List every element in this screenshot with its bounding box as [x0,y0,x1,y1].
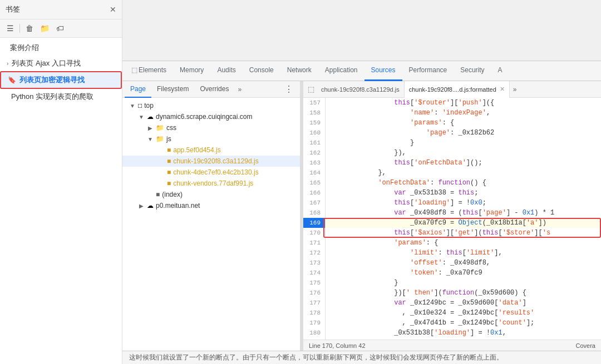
sidebar-item-label: 列表页 Ajax 入口寻找 [12,58,81,68]
tree-item-index[interactable]: ■ (index) [122,189,300,200]
line-num-171[interactable]: 171 [303,238,326,248]
subtab-more[interactable]: » [234,83,245,96]
tab-audits[interactable]: Audits [210,61,242,81]
line-num-162[interactable]: 162 [303,148,326,158]
code-tab-raw-label: chunk-19c920f8.c3a1129d.js [321,86,400,93]
tab-application[interactable]: Application [318,61,364,81]
close-icon[interactable]: ✕ [110,5,116,14]
code-line-161: 161 } [303,138,601,148]
code-tab-formatted[interactable]: chunk-19c920f8....d.js:formatted ✕ [405,81,510,98]
sidebar-items: 案例介绍 › 列表页 Ajax 入口寻找 🔖 列表页加密逻辑寻找 Python … [0,38,122,364]
tree-item-label: (index) [162,191,183,198]
bottom-text: 这时候我们就设置了一个新的断点了。由于只有一个断点，可以重新刷新下网页，这时候我… [129,353,503,362]
tree-item-chunk3[interactable]: ■ chunk-vendors.77daf991.js [122,178,300,189]
line-num-163[interactable]: 163 [303,158,326,168]
tab-elements-icon: ⬚ [131,66,137,74]
tree-item-label: app.5ef0d454.js [173,146,220,154]
line-num-170[interactable]: 170 [303,228,326,238]
sidebar-item-label: Python 实现列表页的爬取 [11,92,93,102]
line-num-158[interactable]: 158 [303,108,326,118]
code-line-175: 175 } [303,278,601,288]
folder-icon: 📁 [156,124,164,132]
line-code-175: } [326,278,398,288]
line-num-180[interactable]: 180 [303,328,326,338]
line-num-173[interactable]: 173 [303,258,326,268]
tree-expand-icon: ▶ [147,125,154,131]
code-editor[interactable]: 157 this['$router']['push']({ 158 'name'… [303,98,601,340]
tab-more-label: A [498,66,503,74]
code-status-bar: Line 170, Column 42 Covera [303,340,601,351]
sidebar-header: 书签 ✕ [0,0,122,19]
line-num-175[interactable]: 175 [303,278,326,288]
tree-item-top[interactable]: ▼ □ top [122,100,300,111]
tab-sources[interactable]: Sources [364,61,402,81]
tab-elements[interactable]: ⬚ Elements [125,61,173,81]
devtools-panel: ⬚ Elements Memory Audits Console Network… [122,0,601,364]
tree-item-label: chunk-4dec7ef0.e4c2b130.js [173,168,258,176]
tree-item-app-js[interactable]: ■ app.5ef0d454.js [122,144,300,156]
tree-item-css[interactable]: ▶ 📁 css [122,122,300,133]
tab-performance[interactable]: Performance [402,61,454,81]
line-num-177[interactable]: 177 [303,298,326,308]
menu-button[interactable]: ☰ [4,23,16,34]
code-line-179: 179 , _0x47d41b = _0x1249bc['count']; [303,318,601,328]
line-code-169: _0xa70fc9 = Object(_0x18b11a['a']) [326,218,546,228]
line-num-164[interactable]: 164 [303,168,326,178]
sidebar-item-encrypt[interactable]: 🔖 列表页加密逻辑寻找 [0,71,122,89]
subtab-page[interactable]: Page [125,81,151,98]
line-num-181[interactable]: 181 [303,338,326,340]
tab-console[interactable]: Console [243,61,280,81]
line-num-160[interactable]: 160 [303,128,326,138]
line-code-164: }, [326,168,386,178]
tree-item-chunk2[interactable]: ■ chunk-4dec7ef0.e4c2b130.js [122,167,300,178]
tree-item-chunk1[interactable]: ■ chunk-19c920f8.c3a1129d.js [122,156,300,167]
tab-security[interactable]: Security [454,61,491,81]
delete-button[interactable]: 🗑 [23,23,36,34]
cloud-icon: ☁ [147,113,154,121]
line-num-178[interactable]: 178 [303,308,326,318]
code-tab-raw[interactable]: chunk-19c920f8.c3a1129d.js [317,81,405,98]
code-tab-formatted-label: chunk-19c920f8....d.js:formatted [409,86,496,93]
line-num-159[interactable]: 159 [303,118,326,128]
code-line-166: 166 var _0x531b38 = this; [303,188,601,198]
subtab-dots-menu[interactable]: ⋮ [280,82,298,97]
sidebar: 书签 ✕ ☰ 🗑 📁 🏷 案例介绍 › 列表页 Ajax 入口寻找 🔖 列表页加… [0,0,122,364]
tab-network[interactable]: Network [280,61,318,81]
subtab-filesystem[interactable]: Filesystem [151,81,194,98]
tree-item-label: top [144,102,154,109]
close-tab-icon[interactable]: ✕ [500,86,505,93]
subtab-overrides[interactable]: Overrides [194,81,234,98]
folder-button[interactable]: 📁 [38,23,52,34]
line-num-161[interactable]: 161 [303,138,326,148]
sidebar-item-python[interactable]: Python 实现列表页的爬取 [0,89,122,104]
sidebar-item-case-intro[interactable]: 案例介绍 [0,40,122,56]
chevron-right-icon: › [7,61,8,67]
line-num-172[interactable]: 172 [303,248,326,258]
line-num-167[interactable]: 167 [303,198,326,208]
line-num-174[interactable]: 174 [303,268,326,278]
line-code-161: } [326,138,414,148]
line-num-169[interactable]: 169 [303,218,326,228]
sidebar-item-ajax[interactable]: › 列表页 Ajax 入口寻找 [0,56,122,71]
line-num-176[interactable]: 176 [303,288,326,298]
tab-more[interactable]: A [491,61,509,81]
code-tabs-more[interactable]: » [510,83,520,96]
tree-item-js[interactable]: ▼ 📁 js [122,133,300,144]
line-num-157[interactable]: 157 [303,98,326,108]
line-num-165[interactable]: 165 [303,178,326,188]
line-num-166[interactable]: 166 [303,188,326,198]
file-tree: ▼ □ top ▼ ☁ dynamic6.scrape.cuiqingcai.c… [122,98,300,351]
file-icon: ■ [156,191,160,198]
cloud-icon: ☁ [147,202,154,210]
tab-memory[interactable]: Memory [173,61,210,81]
tree-item-domain[interactable]: ▼ ☁ dynamic6.scrape.cuiqingcai.com [122,111,300,122]
sidebar-item-label: 列表页加密逻辑寻找 [19,75,85,85]
code-line-160: 160 'page': _0x182b62 [303,128,601,138]
code-position: Line 170, Column 42 [309,342,366,349]
line-num-168[interactable]: 168 [303,208,326,218]
bottom-status-bar: 这时候我们就设置了一个新的断点了。由于只有一个断点，可以重新刷新下网页，这时候我… [122,351,601,364]
tree-item-p0meituan[interactable]: ▶ ☁ p0.meituan.net [122,200,300,211]
line-num-179[interactable]: 179 [303,318,326,328]
line-code-163: this['onFetchData'](); [326,158,482,168]
tag-button[interactable]: 🏷 [54,23,66,34]
